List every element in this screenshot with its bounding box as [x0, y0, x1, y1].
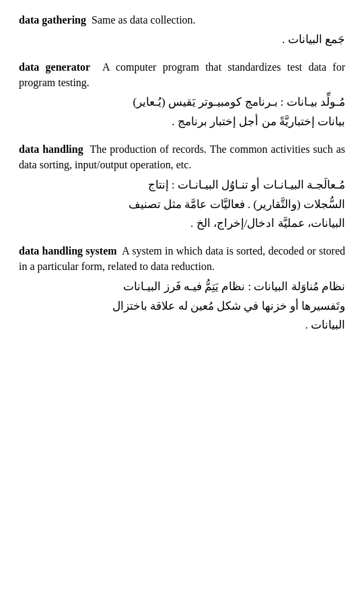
entry-ar-data-handling-system: نظام مُناوَلة البيانات : نظام يَتِمُّ في… — [19, 277, 345, 336]
definition-en-data-gathering: Same as data collection. — [89, 14, 196, 26]
arabic-line3-data-handling-system: البيانات . — [19, 316, 345, 335]
entry-data-handling-system: data handling system A system in which d… — [19, 243, 345, 335]
entry-en-data-handling-system: data handling system A system in which d… — [19, 243, 345, 274]
entry-ar-data-generator: مُـولِّد بيـانات : بـرنامج كومبيـوتر يَق… — [19, 93, 345, 132]
arabic-line1-data-handling-system: نظام مُناوَلة البيانات : نظام يَتِمُّ في… — [19, 277, 345, 297]
arabic-line3-data-handling: البيانات، عمليَّة ادخال/إخراج، الخ . — [19, 214, 345, 234]
arabic-line2-data-generator: بيانات إختباريَّةً من أجل إختبار برنامج … — [19, 112, 345, 132]
entry-en-data-gathering: data gathering Same as data collection. — [19, 12, 345, 28]
entry-data-generator: data generator A computer program that s… — [19, 59, 345, 132]
term-data-handling: data handling — [19, 143, 83, 155]
term-data-generator: data generator — [19, 61, 90, 73]
entry-en-data-generator: data generator A computer program that s… — [19, 59, 345, 90]
entry-data-handling: data handling The production of records.… — [19, 141, 345, 234]
term-data-handling-system: data handling system — [19, 245, 117, 257]
entry-en-data-handling: data handling The production of records.… — [19, 141, 345, 172]
arabic-line2-data-handling: السُّجلات (والتَّقارير) . فعاليَّات عامَ… — [19, 195, 345, 215]
entry-ar-data-gathering: جَمع البيانات . — [19, 30, 345, 50]
arabic-text-data-gathering: جَمع البيانات . — [282, 33, 345, 46]
entry-data-gathering: data gathering Same as data collection. … — [19, 12, 345, 50]
arabic-line1-data-generator: مُـولِّد بيـانات : بـرنامج كومبيـوتر يَق… — [19, 93, 345, 112]
entry-ar-data-handling: مُـعالَجـة البيـانـات أو تنـاوُل البيـان… — [19, 176, 345, 234]
term-data-gathering: data gathering — [19, 14, 86, 26]
arabic-line2-data-handling-system: وتَفسيرها أو خزنها في شكل مُعين له علاقة… — [19, 297, 345, 316]
arabic-line1-data-handling: مُـعالَجـة البيـانـات أو تنـاوُل البيـان… — [19, 176, 345, 195]
